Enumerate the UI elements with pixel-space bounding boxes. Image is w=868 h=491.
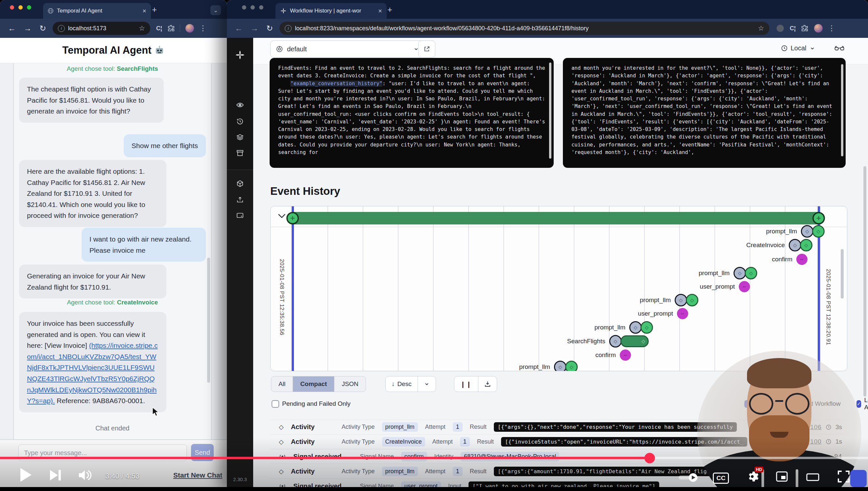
- back-icon[interactable]: ←: [8, 24, 16, 33]
- timeline-event-row[interactable]: prompt_llm ◇ ◇: [519, 360, 578, 371]
- event-history-timeline[interactable]: 2025-01-08 PST 12:35:38.56 2025-01-08 PS…: [270, 206, 847, 371]
- deployments-cube-icon[interactable]: [227, 180, 253, 188]
- tab-temporal-ai-agent[interactable]: Temporal AI Agent ×: [43, 3, 151, 19]
- page-scrollbar[interactable]: [863, 166, 866, 397]
- signal-marker[interactable]: ••: [739, 281, 750, 292]
- timeline-scrollbar[interactable]: [841, 249, 844, 298]
- invoice-link[interactable]: (https://invoice.stripe.com/i/acct_1NBOL…: [27, 342, 158, 404]
- new-tab-button[interactable]: +: [387, 5, 392, 15]
- activity-completed-marker[interactable]: ◇: [641, 321, 653, 334]
- signal-marker[interactable]: ••: [677, 308, 688, 319]
- video-progress-played[interactable]: [0, 457, 650, 459]
- activity-duration-bar[interactable]: ◇: [620, 335, 649, 347]
- video-scrubber-handle[interactable]: [644, 453, 655, 463]
- forward-icon[interactable]: →: [251, 24, 258, 33]
- workflow-start-marker[interactable]: [286, 212, 299, 225]
- zoom-window-button[interactable]: [27, 5, 31, 9]
- signal-marker[interactable]: ••: [796, 254, 807, 265]
- captions-button[interactable]: CC: [713, 472, 729, 484]
- labs-glasses-icon[interactable]: [834, 45, 844, 54]
- claude-extension-icon[interactable]: C¦: [790, 25, 796, 32]
- bookmark-star-icon[interactable]: ☆: [139, 24, 145, 32]
- timeline-event-row[interactable]: prompt_llm ◇ ◇: [699, 266, 757, 280]
- activity-completed-marker[interactable]: ◇: [686, 294, 699, 307]
- archive-box-icon[interactable]: [227, 149, 253, 157]
- view-all-button[interactable]: All: [271, 376, 293, 392]
- activity-completed-marker[interactable]: ◇: [800, 239, 812, 252]
- fullscreen-button[interactable]: [837, 470, 850, 483]
- profile-avatar[interactable]: [185, 24, 194, 33]
- namespace-select[interactable]: default ⌄: [270, 40, 425, 58]
- temporal-logo-icon[interactable]: [227, 50, 253, 60]
- site-info-icon[interactable]: i: [58, 25, 65, 32]
- signal-marker[interactable]: ••: [620, 349, 631, 361]
- close-window-button[interactable]: [10, 5, 14, 9]
- bookmark-star-icon[interactable]: ☆: [758, 24, 764, 32]
- chat-scrollbar[interactable]: [207, 258, 210, 383]
- extension-icon[interactable]: [777, 25, 784, 32]
- minimize-window-button[interactable]: [251, 5, 255, 9]
- activity-completed-marker[interactable]: ◇: [812, 225, 825, 238]
- miniplayer-button[interactable]: [776, 471, 788, 482]
- activity-scheduled-marker[interactable]: ◇: [629, 321, 642, 334]
- activity-scheduled-marker[interactable]: ◇: [554, 361, 566, 371]
- extensions-puzzle-icon[interactable]: [801, 25, 808, 32]
- activity-completed-marker[interactable]: ◇: [745, 267, 757, 280]
- close-tab-icon[interactable]: ×: [143, 7, 146, 15]
- activity-scheduled-marker[interactable]: ◇: [609, 335, 622, 348]
- new-tab-button[interactable]: +: [152, 5, 157, 15]
- activity-scheduled-marker[interactable]: ◇: [789, 239, 801, 252]
- extensions-puzzle-icon[interactable]: [167, 25, 175, 32]
- close-window-button[interactable]: [242, 5, 246, 9]
- collapse-timeline-chevron[interactable]: [278, 213, 286, 220]
- reload-icon[interactable]: ↻: [266, 24, 273, 33]
- code-scrollbar[interactable]: [549, 62, 551, 158]
- volume-icon[interactable]: [78, 469, 93, 481]
- autoplay-toggle[interactable]: [679, 473, 698, 482]
- reload-icon[interactable]: ↻: [39, 24, 46, 33]
- download-button[interactable]: [478, 376, 497, 392]
- view-compact-button[interactable]: Compact: [293, 376, 334, 392]
- view-json-button[interactable]: JSON: [334, 376, 366, 392]
- forward-icon[interactable]: →: [24, 24, 32, 33]
- workflows-eye-icon[interactable]: [227, 101, 253, 109]
- labs-monitor-icon[interactable]: [227, 211, 253, 220]
- activity-completed-marker[interactable]: ◇: [565, 361, 578, 371]
- pause-button[interactable]: ❙❙: [454, 376, 478, 392]
- timeline-event-row[interactable]: confirm ••: [595, 348, 631, 362]
- site-info-icon[interactable]: i: [285, 25, 291, 32]
- activity-scheduled-marker[interactable]: ◇: [675, 294, 687, 307]
- tab-search-chevron[interactable]: ⌄: [210, 5, 221, 15]
- code-scrollbar[interactable]: [841, 64, 843, 156]
- window-controls[interactable]: [10, 5, 31, 9]
- workflow-input-json-left[interactable]: FindEvents: Find an event to travel to 2…: [270, 58, 554, 168]
- timeline-event-row[interactable]: SearchFlights ◇ ◇: [567, 335, 649, 348]
- checkbox-checked[interactable]: ✓: [857, 400, 861, 408]
- theater-mode-button[interactable]: [806, 473, 819, 481]
- profile-avatar[interactable]: [814, 24, 823, 33]
- checkbox-unchecked[interactable]: [272, 400, 279, 408]
- timeline-event-row[interactable]: confirm ••: [772, 253, 807, 266]
- back-icon[interactable]: ←: [235, 24, 243, 33]
- timeline-event-row[interactable]: prompt_llm ◇ ◇: [640, 293, 699, 307]
- sort-desc-button[interactable]: ↓Desc: [386, 376, 418, 392]
- pending-failed-filter[interactable]: Pending and Failed Only: [272, 399, 350, 408]
- tab-workflow-history[interactable]: Workflow History | agent-wor ×: [276, 3, 386, 19]
- browser-menu-icon[interactable]: ⋮: [828, 24, 835, 33]
- schedules-clock-icon[interactable]: [227, 117, 253, 125]
- start-new-chat-link[interactable]: Start New Chat: [173, 471, 222, 479]
- import-upload-icon[interactable]: [227, 196, 253, 204]
- window-controls-inactive[interactable]: [242, 5, 264, 9]
- close-tab-icon[interactable]: ×: [378, 7, 382, 15]
- claude-extension-icon[interactable]: C¦: [156, 25, 162, 32]
- play-button[interactable]: [19, 467, 32, 483]
- timeline-event-row[interactable]: prompt_llm ◇ ◇: [766, 225, 825, 238]
- workflow-end-marker[interactable]: [812, 212, 825, 225]
- address-bar[interactable]: i localhost:8233/namespaces/default/work…: [279, 22, 769, 35]
- timeline-event-row[interactable]: user_prompt ••: [638, 307, 688, 320]
- zoom-window-button[interactable]: [259, 5, 264, 9]
- timezone-select[interactable]: Local ⌄: [781, 45, 815, 52]
- scroll-to-top-fab[interactable]: [850, 470, 867, 487]
- filter-local-activity[interactable]: ✓ Local Activity: [857, 399, 868, 408]
- activity-scheduled-marker[interactable]: ◇: [734, 267, 746, 280]
